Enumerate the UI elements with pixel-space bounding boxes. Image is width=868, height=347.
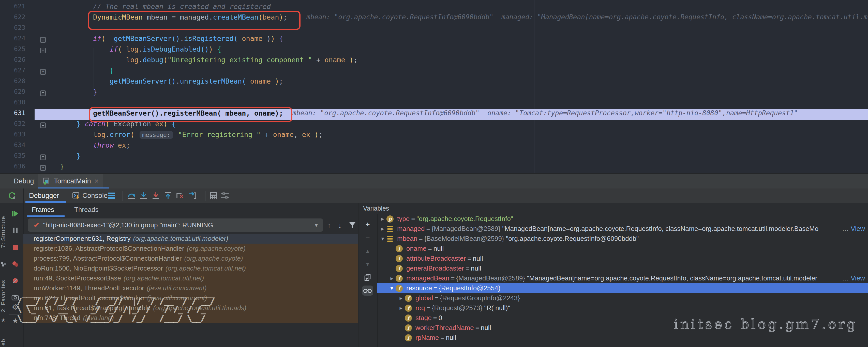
chevron-right-icon[interactable]: ▸ (397, 293, 405, 303)
fold-open-icon[interactable]: − (40, 48, 46, 53)
add-watch-icon[interactable]: + (362, 219, 373, 230)
variable-row-rpName[interactable]: frpName=null (377, 333, 868, 343)
prev-frame-arrow-icon[interactable]: ↑ (328, 221, 331, 230)
chevron-right-icon[interactable]: ▸ (379, 224, 386, 234)
drop-frame-button[interactable] (176, 188, 185, 203)
move-watch-down-icon[interactable]: ▼ (362, 259, 373, 269)
code-line-629[interactable]: 629^ } (0, 88, 868, 99)
session-tab-tomcatmain[interactable]: TomcatMain × (38, 174, 103, 188)
code-line-635[interactable]: 635^ } (0, 152, 868, 163)
evaluate-expression-button[interactable] (210, 188, 218, 203)
stack-frame-row[interactable]: register:1036, AbstractProtocol$Connecti… (23, 244, 358, 253)
variable-row-type[interactable]: ▸ptype="org.apache.coyote.RequestInfo" (377, 214, 868, 224)
step-out-button[interactable] (164, 188, 173, 203)
toolwindow-button-favorites[interactable]: 2: Favorites (0, 280, 7, 312)
mute-breakpoints-button[interactable] (11, 277, 19, 284)
force-step-into-button[interactable] (152, 188, 160, 203)
fold-gutter[interactable]: − (25, 35, 60, 45)
code-line-633[interactable]: 633 log.error( message: "Error registeri… (0, 131, 868, 141)
fold-close-icon[interactable]: ^ (40, 91, 46, 96)
line-number[interactable]: 632 (0, 120, 25, 131)
filter-funnel-icon[interactable] (349, 221, 356, 229)
line-number[interactable]: 634 (0, 141, 25, 152)
line-number[interactable]: 621 (0, 3, 25, 13)
variable-row-generalBroadcaster[interactable]: fgeneralBroadcaster=null (377, 264, 868, 273)
duplicate-watch-icon[interactable] (362, 272, 373, 282)
code-editor[interactable]: 621 // The real mbean is created and reg… (0, 0, 868, 173)
line-number[interactable]: 629 (0, 88, 25, 99)
chevron-right-icon[interactable]: ▸ (388, 273, 396, 283)
variable-row-managed[interactable]: ▸managed={ManagedBean@2589} "ManagedBean… (377, 224, 868, 234)
thread-dropdown[interactable]: ✔ "http-nio-8080-exec-1"@2,130 in group … (28, 218, 323, 232)
remove-watch-icon[interactable]: − (362, 233, 373, 243)
resume-button[interactable] (11, 210, 19, 217)
next-frame-arrow-icon[interactable]: ↓ (338, 221, 342, 230)
layout-menu-icon[interactable] (108, 188, 116, 203)
view-link[interactable]: View (851, 225, 865, 233)
code-line-628[interactable]: 628 getMBeanServer().unregisterMBean( on… (0, 77, 868, 88)
code-line-626[interactable]: 626 log.debug("Unregistering existing co… (0, 56, 868, 67)
line-number[interactable]: 631 (0, 109, 25, 120)
fold-open-icon[interactable]: − (40, 37, 46, 43)
pause-button[interactable] (11, 227, 19, 234)
step-over-button[interactable] (127, 188, 136, 203)
fold-close-icon[interactable]: ^ (40, 154, 46, 160)
tab-debugger[interactable]: Debugger (29, 188, 59, 203)
chevron-down-icon[interactable]: ▾ (379, 234, 386, 244)
variable-row-global[interactable]: ▸fglobal={RequestGroupInfo@2243} (377, 293, 868, 303)
stack-frame-row[interactable]: run:49, SocketProcessorBase(org.apache.t… (23, 273, 358, 283)
line-number[interactable]: 625 (0, 45, 25, 56)
toolwindow-button-structure[interactable]: 7: Structure (0, 216, 7, 248)
line-number[interactable]: 622 (0, 13, 25, 24)
fold-gutter[interactable]: ^ (25, 152, 60, 163)
settings-layout-icon[interactable] (221, 188, 229, 203)
variable-row-req[interactable]: ▸freq={Request@2573} "R( null)" (377, 303, 868, 313)
fold-close-icon[interactable]: ^ (40, 69, 46, 75)
move-watch-up-icon[interactable]: ▲ (362, 246, 373, 256)
tab-frames[interactable]: Frames (32, 206, 54, 214)
fold-gutter[interactable]: ^ (25, 67, 60, 77)
code-line-627[interactable]: 627^ } (0, 67, 868, 77)
fold-gutter[interactable] (25, 24, 60, 35)
fold-gutter[interactable]: − (25, 45, 60, 56)
fold-gutter[interactable] (25, 77, 60, 88)
line-number[interactable]: 633 (0, 131, 25, 141)
fold-gutter[interactable] (25, 99, 60, 109)
line-number[interactable]: 636 (0, 163, 25, 173)
line-number[interactable]: 627 (0, 67, 25, 77)
fold-gutter[interactable] (25, 3, 60, 13)
stack-frame-row[interactable]: doRun:1500, NioEndpoint$SocketProcessor(… (23, 264, 358, 273)
variable-row-oname[interactable]: foname=null (377, 244, 868, 253)
line-number[interactable]: 630 (0, 99, 25, 109)
fold-gutter[interactable]: ^ (25, 163, 60, 173)
fold-gutter[interactable] (25, 13, 60, 24)
line-number[interactable]: 624 (0, 35, 25, 45)
variable-row-attributeBroadcaster[interactable]: fattributeBroadcaster=null (377, 253, 868, 264)
close-icon[interactable]: × (95, 177, 99, 185)
toolwindow-button-web[interactable]: eb (0, 339, 7, 345)
variable-row-mbean[interactable]: ▾mbean={BaseModelMBean@2599} "org.apache… (377, 234, 868, 244)
line-number[interactable]: 628 (0, 77, 25, 88)
fold-gutter[interactable] (25, 56, 60, 67)
step-into-button[interactable] (139, 188, 148, 203)
line-number[interactable]: 635 (0, 152, 25, 163)
code-line-625[interactable]: 625− if( log.isDebugEnabled()) { (0, 45, 868, 56)
fold-close-icon[interactable]: ^ (40, 165, 46, 171)
show-watches-glasses-icon[interactable] (362, 285, 373, 296)
fold-gutter[interactable] (25, 131, 60, 141)
line-number[interactable]: 623 (0, 24, 25, 35)
stop-button[interactable] (11, 243, 19, 251)
fold-gutter[interactable]: ^ (25, 88, 60, 99)
variable-row-managedBean[interactable]: ▸fmanagedBean={ManagedBean@2589} "Manage… (377, 273, 868, 283)
fold-gutter[interactable] (25, 109, 60, 120)
chevron-right-icon[interactable]: ▸ (397, 303, 405, 313)
chevron-down-icon[interactable]: ▾ (388, 283, 396, 293)
code-line-636[interactable]: 636^} (0, 163, 868, 173)
run-to-cursor-button[interactable] (188, 188, 198, 203)
variable-row-resource[interactable]: ▾fresource={RequestInfo@2554} (377, 283, 868, 293)
code-line-634[interactable]: 634 throw ex; (0, 141, 868, 152)
code-line-624[interactable]: 624− if( getMBeanServer().isRegistered( … (0, 35, 868, 45)
stack-frame-row[interactable]: registerComponent:631, Registry(org.apac… (23, 234, 358, 244)
line-number[interactable]: 626 (0, 56, 25, 67)
view-link[interactable]: View (851, 274, 865, 282)
